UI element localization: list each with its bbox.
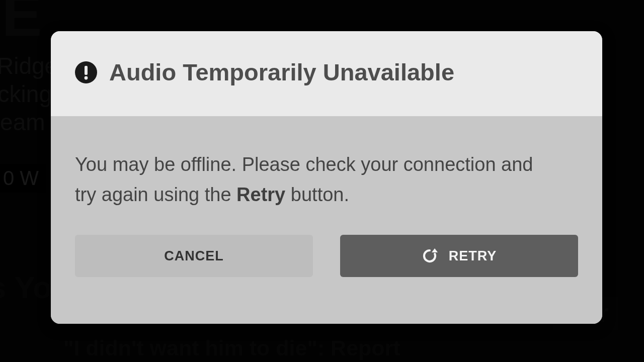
audio-unavailable-dialog: Audio Temporarily Unavailable You may be…: [51, 31, 602, 324]
svg-marker-3: [432, 248, 438, 252]
cancel-button-label: CANCEL: [164, 248, 224, 264]
alert-icon: [75, 61, 97, 83]
dialog-actions: CANCEL RETRY: [75, 235, 578, 301]
svg-point-2: [85, 76, 88, 79]
retry-button[interactable]: RETRY: [340, 235, 578, 277]
dialog-body: You may be offline. Please check your co…: [51, 116, 602, 324]
dialog-message-text: button.: [285, 184, 349, 205]
dialog-title: Audio Temporarily Unavailable: [109, 58, 454, 86]
svg-rect-1: [85, 66, 88, 75]
dialog-message-bold: Retry: [236, 184, 285, 205]
retry-icon: [422, 248, 438, 264]
retry-button-label: RETRY: [449, 248, 497, 264]
dialog-message: You may be offline. Please check your co…: [75, 149, 548, 210]
cancel-button[interactable]: CANCEL: [75, 235, 313, 277]
dialog-header: Audio Temporarily Unavailable: [51, 31, 602, 116]
